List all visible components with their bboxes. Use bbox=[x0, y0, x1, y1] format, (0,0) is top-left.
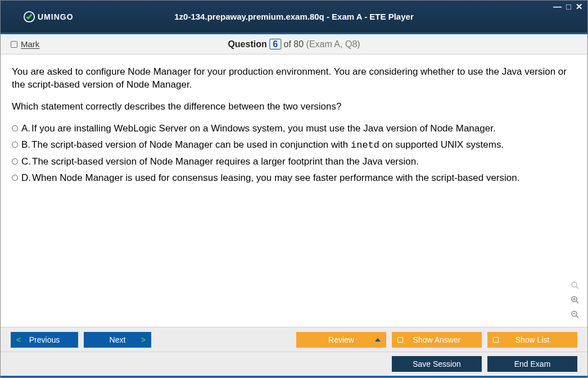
minimize-icon[interactable]: — bbox=[553, 2, 562, 12]
svg-line-8 bbox=[576, 316, 578, 318]
checkbox-icon bbox=[11, 41, 17, 48]
search-icon[interactable] bbox=[569, 280, 581, 291]
mark-label: Mark bbox=[21, 39, 39, 49]
answer-letter: B. bbox=[21, 139, 30, 150]
previous-button[interactable]: <Previous bbox=[11, 332, 78, 348]
app-logo: UMINGO bbox=[23, 11, 74, 23]
answer-text: When Node Manager is used for consensus … bbox=[32, 172, 519, 183]
question-paragraph-2: Which statement correctly describes the … bbox=[12, 101, 576, 113]
answer-letter: D. bbox=[21, 172, 31, 183]
review-button[interactable]: Review bbox=[296, 332, 386, 348]
question-number-input[interactable]: 6 bbox=[269, 39, 281, 49]
answer-text: If you are installing WebLogic Server on… bbox=[31, 123, 496, 134]
zoom-tools bbox=[569, 280, 581, 320]
answer-text: The script-based version of Node Manager… bbox=[32, 156, 419, 167]
answer-list: A.If you are installing WebLogic Server … bbox=[12, 122, 576, 185]
review-label: Review bbox=[328, 335, 354, 344]
next-label: Next bbox=[110, 335, 126, 344]
show-list-button[interactable]: Show List bbox=[487, 332, 577, 348]
square-icon bbox=[493, 337, 499, 343]
question-word: Question bbox=[228, 39, 266, 49]
zoom-out-icon[interactable] bbox=[569, 309, 581, 320]
question-bar: Mark Question 6 of 80 (Exam A, Q8) bbox=[1, 34, 587, 54]
question-content: You are asked to configure Node Manager … bbox=[1, 54, 587, 327]
end-exam-button[interactable]: End Exam bbox=[487, 356, 577, 372]
square-icon bbox=[397, 337, 403, 343]
question-paragraph-1: You are asked to configure Node Manager … bbox=[12, 66, 576, 92]
svg-point-1 bbox=[572, 282, 577, 287]
show-answer-label: Show Answer bbox=[413, 335, 461, 344]
zoom-in-icon[interactable] bbox=[569, 294, 581, 306]
svg-line-2 bbox=[576, 286, 578, 289]
radio-icon bbox=[12, 158, 18, 165]
answer-option-d[interactable]: D.When Node Manager is used for consensu… bbox=[12, 172, 576, 185]
of-total: of 80 bbox=[284, 39, 306, 49]
question-indicator: Question 6 of 80 (Exam A, Q8) bbox=[228, 39, 360, 49]
mark-checkbox[interactable]: Mark bbox=[11, 39, 39, 49]
radio-icon bbox=[12, 175, 18, 181]
check-icon bbox=[23, 11, 35, 23]
answer-text-post: on supported UNIX systems. bbox=[379, 139, 504, 150]
title-bar: UMINGO 1z0-134.prepaway.premium.exam.80q… bbox=[1, 1, 587, 34]
next-button[interactable]: Next> bbox=[84, 332, 151, 348]
question-text: You are asked to configure Node Manager … bbox=[12, 66, 576, 113]
show-list-label: Show List bbox=[515, 335, 550, 344]
answer-letter: A. bbox=[21, 123, 30, 134]
show-answer-button[interactable]: Show Answer bbox=[392, 332, 482, 348]
maximize-icon[interactable]: □ bbox=[566, 2, 571, 12]
footer-session: Save Session End Exam bbox=[1, 352, 587, 377]
svg-line-4 bbox=[576, 301, 578, 303]
answer-option-a[interactable]: A.If you are installing WebLogic Server … bbox=[12, 122, 576, 135]
answer-option-b[interactable]: B.The script-based version of Node Manag… bbox=[12, 139, 576, 152]
triangle-up-icon bbox=[375, 338, 381, 341]
chevron-left-icon: < bbox=[16, 335, 21, 344]
close-icon[interactable]: ✕ bbox=[576, 2, 583, 12]
answer-option-c[interactable]: C.The script-based version of Node Manag… bbox=[12, 156, 576, 168]
previous-label: Previous bbox=[29, 335, 60, 344]
brand-text: UMINGO bbox=[38, 12, 74, 21]
answer-letter: C. bbox=[21, 156, 31, 167]
question-context: (Exam A, Q8) bbox=[306, 39, 360, 49]
answer-text-pre: The script-based version of Node Manager… bbox=[31, 139, 351, 150]
radio-icon bbox=[12, 142, 18, 148]
window-controls: — □ ✕ bbox=[553, 2, 583, 12]
window-title: 1z0-134.prepaway.premium.exam.80q - Exam… bbox=[174, 12, 413, 21]
chevron-right-icon: > bbox=[141, 335, 146, 344]
save-session-button[interactable]: Save Session bbox=[392, 356, 482, 372]
radio-icon bbox=[12, 125, 18, 131]
footer-nav: <Previous Next> Review Show Answer Show … bbox=[1, 327, 587, 352]
answer-code: inetd bbox=[351, 140, 379, 151]
